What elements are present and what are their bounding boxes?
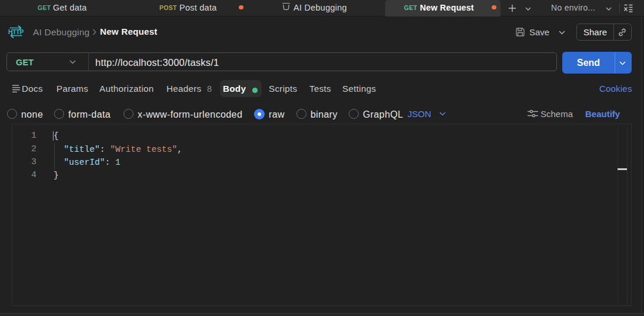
- svg-text:HTTP: HTTP: [8, 28, 24, 35]
